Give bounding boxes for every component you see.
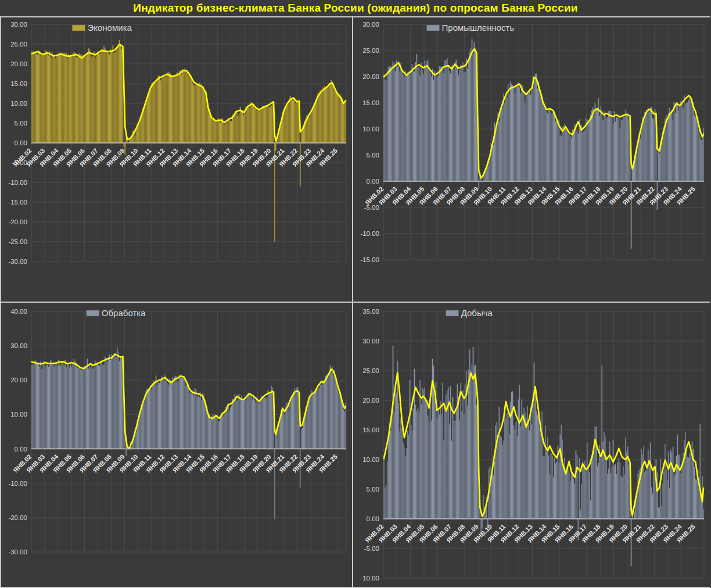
svg-text:10.00: 10.00 [10, 411, 27, 418]
svg-text:25.00: 25.00 [362, 367, 379, 374]
svg-text:5.00: 5.00 [367, 152, 379, 159]
svg-text:0.00: 0.00 [15, 446, 27, 453]
svg-text:-5.00: -5.00 [364, 545, 379, 552]
svg-text:15.00: 15.00 [10, 80, 27, 87]
svg-text:0.00: 0.00 [367, 515, 379, 522]
svg-text:-20.00: -20.00 [8, 218, 27, 225]
charts-grid: -30.00-25.00-20.00-15.00-10.00-5.000.005… [0, 16, 710, 588]
svg-text:5.00: 5.00 [367, 486, 379, 493]
svg-text:-10.00: -10.00 [8, 480, 27, 487]
svg-text:-10.00: -10.00 [8, 179, 27, 186]
svg-text:0.00: 0.00 [367, 178, 379, 185]
svg-text:Добыча: Добыча [461, 308, 493, 318]
chart-panel-mining: -10.00-5.000.005.0010.0015.0020.0025.003… [353, 303, 710, 587]
economy-chart: -30.00-25.00-20.00-15.00-10.00-5.000.005… [1, 17, 352, 302]
page-title: Индикатор бизнес-климата Банка России (о… [133, 2, 577, 15]
svg-text:20.00: 20.00 [362, 73, 379, 80]
svg-text:-5.00: -5.00 [364, 204, 379, 211]
svg-text:30.00: 30.00 [362, 338, 379, 345]
svg-text:10.00: 10.00 [362, 126, 379, 132]
svg-text:Промышленность: Промышленность [442, 23, 515, 33]
svg-text:10.00: 10.00 [10, 100, 27, 107]
svg-text:5.00: 5.00 [15, 120, 27, 127]
svg-text:30.00: 30.00 [10, 21, 27, 28]
chart-panel-economy: -30.00-25.00-20.00-15.00-10.00-5.000.005… [1, 17, 352, 302]
svg-text:10.00: 10.00 [362, 456, 379, 463]
svg-text:25.00: 25.00 [10, 41, 27, 48]
svg-text:20.00: 20.00 [10, 377, 27, 383]
svg-text:-30.00: -30.00 [8, 258, 27, 265]
svg-text:-15.00: -15.00 [360, 256, 379, 263]
svg-text:-30.00: -30.00 [8, 548, 27, 555]
svg-text:20.00: 20.00 [362, 397, 379, 404]
svg-text:30.00: 30.00 [362, 21, 379, 28]
industry-chart: -15.00-10.00-5.000.005.0010.0015.0020.00… [353, 17, 710, 302]
manufacturing-chart: -30.00-20.00-10.000.0010.0020.0030.0040.… [1, 303, 352, 587]
svg-text:Экономика: Экономика [87, 23, 132, 33]
svg-text:25.00: 25.00 [362, 47, 379, 54]
svg-text:-10.00: -10.00 [360, 575, 379, 582]
svg-text:15.00: 15.00 [362, 426, 379, 433]
header: Индикатор бизнес-климата Банка России (о… [0, 0, 711, 16]
chart-panel-industry: -15.00-10.00-5.000.005.0010.0015.0020.00… [353, 17, 710, 302]
chart-panel-manufacturing: -30.00-20.00-10.000.0010.0020.0030.0040.… [1, 303, 352, 587]
svg-text:20.00: 20.00 [10, 60, 27, 67]
svg-text:30.00: 30.00 [10, 342, 27, 349]
svg-text:0.00: 0.00 [15, 139, 27, 146]
dashboard: Индикатор бизнес-климата Банка России (о… [0, 0, 711, 588]
svg-text:-10.00: -10.00 [360, 230, 379, 237]
svg-text:-25.00: -25.00 [8, 238, 27, 245]
svg-text:15.00: 15.00 [362, 99, 379, 106]
svg-text:-15.00: -15.00 [8, 199, 27, 206]
svg-text:Обработка: Обработка [102, 308, 146, 318]
mining-chart: -10.00-5.000.005.0010.0015.0020.0025.003… [353, 303, 710, 587]
svg-text:40.00: 40.00 [10, 308, 27, 315]
svg-text:35.00: 35.00 [362, 308, 379, 315]
svg-text:-20.00: -20.00 [8, 514, 27, 521]
